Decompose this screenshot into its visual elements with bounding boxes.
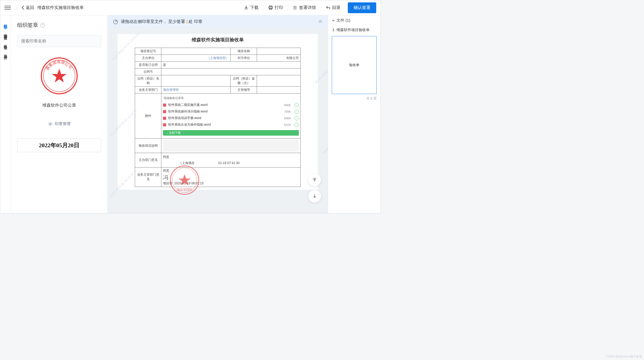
chevron-down-icon — [332, 19, 335, 22]
attachment-item[interactable]: 软件系统二期实施方案.word665K↓ — [163, 103, 299, 107]
seal-manage-label: 印章管理 — [55, 121, 71, 126]
file-icon — [163, 123, 166, 126]
confirm-sign-button[interactable]: 确认签署 — [348, 2, 376, 13]
divider — [17, 5, 17, 10]
svg-marker-11 — [179, 174, 191, 185]
opinion-agree: 同意 — [163, 154, 299, 160]
chevron-left-icon — [22, 6, 24, 10]
download-icon[interactable]: ↓ — [295, 116, 299, 120]
tab-assign-position[interactable]: 指定签署位置 — [0, 27, 11, 38]
attachment-item[interactable]: 软件系统操作演示指南.word769K↓ — [163, 109, 299, 114]
attach-section: 现场验收记录等 — [163, 96, 299, 100]
val-signed: 是 — [161, 62, 301, 68]
sign-detail-label: 签署详情 — [299, 5, 316, 11]
tab-add-note[interactable]: 添加备注 — [0, 48, 11, 57]
clock-icon — [113, 19, 118, 24]
attachment-item[interactable]: 软件系统企业方操作指南.word622K↓ — [163, 122, 299, 127]
attachment-size: 846K — [278, 117, 291, 120]
tab-signature-verify[interactable]: 签名验证 — [0, 38, 11, 48]
label-biz-opinion: 业务主管部门意见 — [135, 167, 161, 187]
arrow-top-icon — [312, 177, 317, 182]
hint-bar: 请拖动左侧印章至文件， 至少签署 1 处 印章 — [108, 15, 328, 28]
label-signed: 是否签订合同 — [135, 62, 161, 68]
file-panel: 文件 (1) 1. 维森软件项目验收单 验收单 共 6 页 — [328, 15, 380, 213]
file-icon — [163, 103, 166, 107]
file-panel-header[interactable]: 文件 (1) — [332, 18, 377, 23]
label-contract-amount: 合同（协议）金额（元） — [231, 75, 257, 87]
file-header-label: 文件 (1) — [336, 18, 350, 23]
opinion-time: 01-19 07:41:30 — [218, 161, 240, 165]
list-icon — [293, 5, 298, 10]
svg-point-7 — [49, 123, 51, 125]
download-icon[interactable]: ↓ — [295, 110, 299, 114]
file-icon — [163, 117, 166, 120]
menu-icon[interactable] — [4, 6, 11, 9]
label-host-opinion: 主办部门意见 — [135, 153, 161, 167]
document-viewer: 请拖动左侧印章至文件， 至少签署 1 处 印章 1111 2022-05-20 … — [108, 15, 328, 213]
print-button[interactable]: 打印 — [263, 5, 288, 11]
svg-text:项目管理部: 项目管理部 — [177, 188, 192, 191]
svg-rect-2 — [270, 8, 272, 9]
document-scroll[interactable]: 1111 2022-05-20 13:42:11 1111 2022-05-20… — [108, 28, 328, 213]
hint-count: 1 — [186, 19, 188, 24]
date-stamp[interactable]: 2022年05月20日 — [17, 139, 101, 152]
attachment-name: 软件系统二期实施方案.word — [168, 103, 207, 107]
hint-suffix: 处 印章 — [189, 19, 202, 24]
attachment-size: 622K — [278, 123, 291, 126]
tab-org-seal[interactable]: 组织签章 — [0, 17, 11, 27]
search-seal-input[interactable] — [17, 35, 101, 47]
top-actions: 下载 打印 签署详情 回退 确认签署 — [239, 2, 376, 13]
attachment-name: 软件系统培训手册.word — [168, 116, 201, 120]
svg-marker-6 — [52, 69, 67, 82]
attachment-item[interactable]: 软件系统培训手册.word846K↓ — [163, 116, 299, 120]
print-icon — [268, 5, 273, 10]
seal-manage-button[interactable]: 印章管理 — [17, 121, 101, 126]
return-label: 回退 — [332, 5, 340, 11]
attachment-name: 软件系统操作演示指南.word — [168, 109, 207, 114]
thumb-label: 验收单 — [349, 63, 359, 67]
seal-name: 维森软件公司公章 — [17, 103, 101, 108]
val-biz-dept: 项目管理部 — [161, 87, 231, 93]
attachment-name: 软件系统企业方操作指南.word — [168, 122, 211, 127]
label-project-reg: 项目登记号 — [135, 48, 161, 55]
seal-card[interactable]: 森集团有限公司 维森软件公司公章 — [17, 56, 101, 108]
scroll-top-button[interactable] — [308, 174, 321, 186]
seal-panel-title-text: 组织签章 — [17, 22, 38, 29]
label-project-name: 项目名称 — [231, 48, 257, 55]
hint-prefix: 请拖动左侧印章至文件， 至少签署 — [121, 19, 185, 24]
topbar: 返回 维森软件实施项目验收单 下载 打印 签署详情 回退 确认签署 — [0, 0, 380, 15]
chevron-up-double-icon — [318, 19, 323, 23]
document-page[interactable]: 1111 2022-05-20 13:42:11 1111 2022-05-20… — [118, 34, 318, 190]
download-button[interactable]: 下载 — [239, 5, 263, 11]
val-counter-unit: 有限公司 — [257, 55, 301, 62]
file-link[interactable]: 1. 维森软件项目验收单 — [332, 26, 377, 34]
vertical-tabs: 组织签章 指定签署位置 签名验证 添加备注 — [0, 15, 11, 213]
document-table: 项目登记号项目名称 主办单位（上海项目部）对方单位有限公司 是否签订合同是 合同… — [135, 48, 301, 187]
help-icon[interactable]: ? — [40, 23, 45, 28]
seal-panel-title: 组织签章 ? — [17, 22, 101, 29]
return-icon — [326, 5, 330, 10]
attachment-size: 665K — [278, 103, 291, 107]
label-contract-name: 合同（协议）名称 — [135, 75, 161, 87]
return-button[interactable]: 回退 — [321, 5, 345, 11]
back-button[interactable]: 返回 维森软件实施项目验收单 — [22, 5, 84, 11]
download-icon — [244, 5, 249, 10]
download-icon[interactable]: ↓ — [295, 123, 299, 127]
val-host-unit: （上海项目部） — [161, 55, 231, 62]
file-icon — [163, 110, 166, 113]
attachment-size: 769K — [278, 110, 291, 113]
collapse-hint-button[interactable] — [318, 19, 323, 24]
float-buttons — [308, 174, 321, 203]
page-title: 维森软件实施项目验收单 — [37, 5, 84, 11]
grey-block — [163, 140, 299, 152]
attachment-list: 现场验收记录等 软件系统二期实施方案.word665K↓ 软件系统操作演示指南.… — [163, 95, 299, 137]
gear-icon — [48, 122, 53, 126]
download-all-button[interactable]: ↓ 全部下载 — [163, 130, 299, 136]
download-icon[interactable]: ↓ — [295, 103, 299, 107]
seal-panel: 组织签章 ? 森集团有限公司 维森软件公司公章 印章管理 2022年05月20日 — [11, 15, 108, 213]
download-label: 下载 — [250, 5, 259, 11]
label-host-unit: 主办单位 — [135, 55, 161, 62]
scroll-down-button[interactable] — [308, 190, 321, 203]
file-thumbnail[interactable]: 验收单 — [332, 36, 377, 94]
sign-detail-button[interactable]: 签署详情 — [288, 5, 321, 11]
